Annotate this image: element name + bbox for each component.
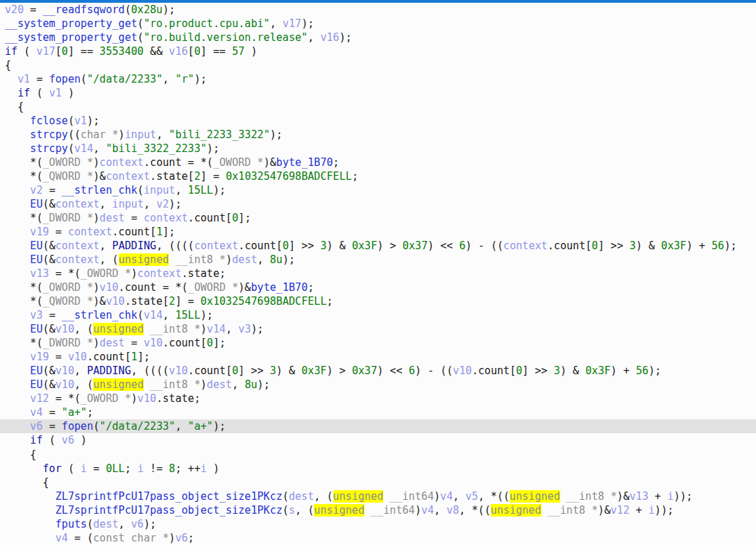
- code-token-t[interactable]: const char *: [93, 532, 169, 544]
- code-token-k[interactable]: PADDING: [112, 240, 157, 252]
- code-line[interactable]: v4 = (const char *)v6;: [5, 531, 756, 545]
- code-token-v[interactable]: v10: [99, 281, 118, 294]
- highlighted-word[interactable]: unsigned: [333, 490, 384, 503]
- code-token-v[interactable]: dest: [232, 253, 257, 266]
- code-line[interactable]: *(_QWORD *)&context.state[2] = 0x1032547…: [5, 169, 756, 183]
- code-token-f[interactable]: __system_property_get: [5, 17, 137, 30]
- code-token-f[interactable]: strcpy: [30, 142, 68, 155]
- code-token-s[interactable]: "/data/2233": [87, 73, 162, 85]
- code-token-v[interactable]: v6: [131, 518, 144, 530]
- code-token-n[interactable]: 0: [62, 45, 68, 58]
- code-token-v[interactable]: v19: [30, 351, 49, 363]
- code-token-n[interactable]: 56: [712, 240, 724, 252]
- code-token-v[interactable]: v8: [446, 504, 459, 517]
- code-token-v[interactable]: v10: [137, 392, 156, 405]
- code-token-v[interactable]: v2: [30, 184, 42, 196]
- code-token-f[interactable]: EU: [30, 378, 42, 391]
- code-token-v[interactable]: v6: [62, 434, 74, 446]
- code-line[interactable]: v3 = __strlen_chk(v14, 15LL);: [5, 308, 756, 322]
- code-token-n[interactable]: 57: [232, 45, 244, 58]
- code-line[interactable]: v19 = context.count[1];: [5, 225, 756, 239]
- code-line[interactable]: if ( v17[0] == 3553400 && v16[0] == 57 ): [5, 44, 756, 58]
- code-token-v[interactable]: context: [194, 240, 239, 252]
- code-line[interactable]: {: [5, 100, 756, 114]
- code-token-n[interactable]: 3: [630, 240, 636, 252]
- code-token-t[interactable]: _OWORD *: [188, 281, 239, 294]
- code-token-v[interactable]: i: [667, 490, 673, 503]
- code-token-v[interactable]: v2: [156, 198, 169, 210]
- code-line[interactable]: EU(&v10, PADDING, ((((v10.count[0] >> 3)…: [5, 364, 756, 378]
- code-line[interactable]: *(_OWORD *)context.count = *(_OWORD *)&b…: [5, 156, 756, 169]
- code-token-n[interactable]: 0x3F: [585, 364, 610, 377]
- code-token-n[interactable]: 0: [194, 45, 201, 58]
- highlighted-word[interactable]: unsigned: [510, 490, 560, 503]
- code-token-f[interactable]: fclose: [30, 115, 68, 127]
- code-line[interactable]: if ( v6 ): [5, 433, 756, 447]
- code-token-k[interactable]: if: [5, 45, 17, 58]
- code-token-v[interactable]: v10: [144, 337, 162, 349]
- pseudocode-view[interactable]: v20 = __readfsqword(0x28u);__system_prop…: [0, 3, 756, 545]
- code-token-v[interactable]: context: [56, 198, 100, 210]
- code-token-n[interactable]: 0: [283, 240, 289, 252]
- code-token-t[interactable]: __int8 *: [560, 490, 617, 503]
- code-line[interactable]: fclose(v1);: [5, 114, 756, 128]
- code-token-t[interactable]: _OWORD *: [81, 267, 131, 280]
- code-line[interactable]: strcpy(v14, "bili_3322_2233");: [5, 142, 756, 156]
- code-token-t[interactable]: _OWORD *: [81, 392, 131, 405]
- code-token-v[interactable]: v6: [30, 420, 42, 433]
- code-line[interactable]: *(_DWORD *)dest = context.count[0];: [5, 211, 756, 225]
- highlighted-word[interactable]: unsigned: [314, 504, 364, 517]
- code-token-f[interactable]: EU: [30, 364, 42, 377]
- code-token-n[interactable]: 1: [131, 351, 137, 363]
- code-token-v[interactable]: v10: [169, 364, 187, 377]
- highlighted-word[interactable]: unsigned: [119, 253, 169, 266]
- code-line[interactable]: EU(&context, PADDING, ((((context.count[…: [5, 239, 756, 253]
- code-token-n[interactable]: 3: [320, 240, 326, 252]
- code-line[interactable]: *(_QWORD *)&v10.state[2] = 0x1032547698B…: [5, 294, 756, 308]
- code-token-v[interactable]: v14: [144, 309, 162, 321]
- code-token-t[interactable]: _QWORD *: [43, 170, 94, 183]
- code-token-v[interactable]: v12: [30, 392, 49, 405]
- code-token-v[interactable]: dest: [289, 490, 314, 503]
- code-token-s[interactable]: "bili_2233_3322": [169, 128, 269, 141]
- code-line[interactable]: __system_property_get("ro.product.cpu.ab…: [5, 17, 756, 31]
- code-token-f[interactable]: ZL7sprintfPcU17pass_object_size1PKcz: [56, 504, 283, 517]
- code-token-v[interactable]: i: [648, 504, 655, 517]
- code-token-v[interactable]: i: [201, 462, 207, 475]
- code-token-f[interactable]: __strlen_chk: [62, 309, 137, 321]
- code-token-s[interactable]: "r": [175, 73, 194, 85]
- code-token-v[interactable]: v16: [320, 31, 339, 44]
- code-token-v[interactable]: v1: [17, 73, 30, 85]
- code-line[interactable]: v20 = __readfsqword(0x28u);: [5, 3, 756, 17]
- code-line[interactable]: fputs(dest, v6);: [5, 517, 756, 531]
- code-line[interactable]: v1 = fopen("/data/2233", "r");: [5, 72, 756, 86]
- code-token-s[interactable]: "bili_3322_2233": [106, 142, 206, 155]
- code-token-v[interactable]: v10: [453, 364, 471, 377]
- code-token-v[interactable]: dest: [93, 518, 118, 530]
- code-token-t[interactable]: __int8 *: [541, 504, 598, 517]
- code-token-n[interactable]: 2: [194, 170, 201, 183]
- code-token-t[interactable]: __int8 *: [144, 323, 201, 335]
- code-token-n[interactable]: 0x3F: [301, 364, 326, 377]
- code-line[interactable]: v12 = *(_OWORD *)v10.state;: [5, 392, 756, 405]
- code-token-t[interactable]: __int64: [364, 504, 415, 517]
- code-token-v[interactable]: v13: [30, 267, 49, 280]
- code-token-n[interactable]: 3: [270, 364, 276, 377]
- code-token-n[interactable]: 0: [516, 364, 522, 377]
- code-token-v[interactable]: dest: [99, 337, 124, 349]
- code-line[interactable]: v19 = v10.count[1];: [5, 350, 756, 364]
- code-token-k[interactable]: for: [43, 462, 62, 475]
- code-token-v[interactable]: input: [125, 128, 156, 141]
- code-token-t[interactable]: _DWORD *: [43, 212, 94, 224]
- highlighted-word[interactable]: unsigned: [93, 323, 144, 335]
- code-token-t[interactable]: _OWORD *: [43, 156, 94, 169]
- code-token-v[interactable]: v5: [465, 490, 478, 503]
- code-token-v[interactable]: v10: [56, 364, 74, 377]
- code-token-f[interactable]: EU: [30, 240, 42, 252]
- code-token-v[interactable]: v20: [5, 3, 24, 16]
- code-token-v[interactable]: v19: [30, 226, 49, 238]
- code-token-n[interactable]: 15LL: [175, 309, 200, 321]
- code-token-k[interactable]: if: [17, 87, 30, 99]
- code-token-f[interactable]: EU: [30, 253, 42, 266]
- highlighted-word[interactable]: unsigned: [93, 378, 144, 391]
